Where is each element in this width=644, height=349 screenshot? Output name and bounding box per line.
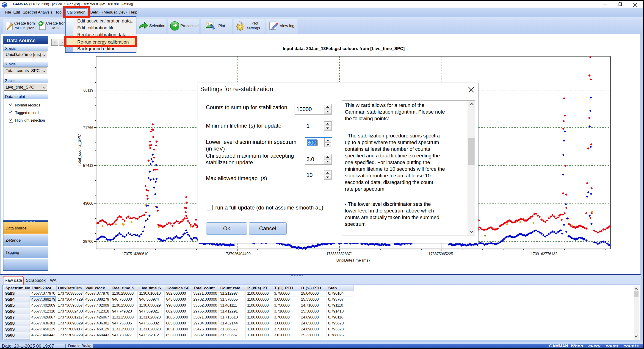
svg-text:1737926404490: 1737926404490 [224,252,250,256]
svg-text:UnixDateTime (ms): UnixDateTime (ms) [336,258,370,262]
svg-text:86119: 86119 [84,88,93,92]
svg-text:Input data: 20Jan_13Feb.gsf co: Input data: 20Jan_13Feb.gsf colours from… [283,46,405,51]
svg-text:1737514280610: 1737514280610 [122,252,148,256]
svg-text:71766: 71766 [83,126,94,130]
svg-text:28706: 28706 [83,240,94,243]
svg-text:1739162776132: 1739162776132 [531,252,557,256]
svg-text:1738750652251: 1738750652251 [428,252,455,256]
svg-text:1738338528371: 1738338528371 [326,252,353,256]
svg-text:43060: 43060 [83,201,94,205]
svg-text:Total_counts_SPC: Total_counts_SPC [77,134,82,166]
svg-text:57413: 57413 [83,164,94,168]
